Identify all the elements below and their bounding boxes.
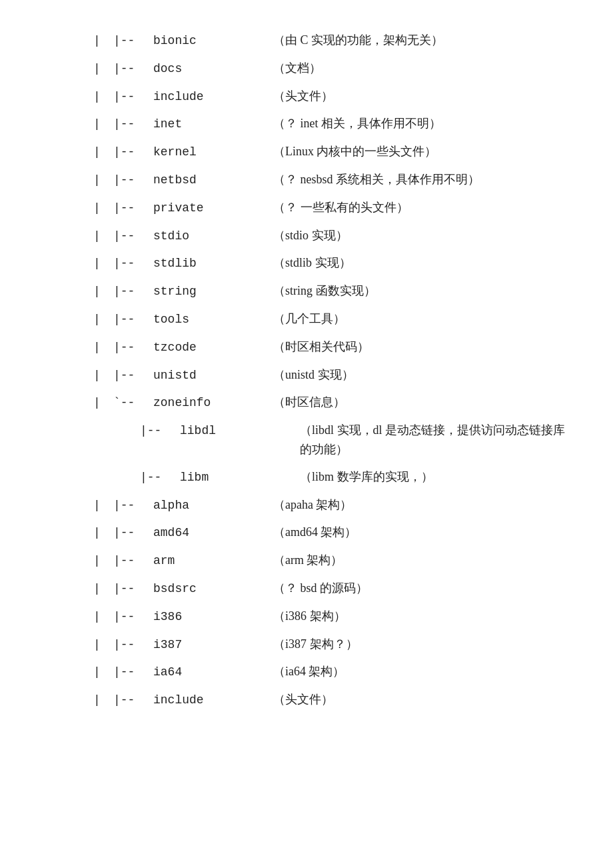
tree-row: ||-- stdlib（stdlib 实现） xyxy=(40,249,573,277)
tree-desc: （？ 一些私有的头文件） xyxy=(273,198,408,217)
tree-name: tzcode xyxy=(153,338,260,357)
tree-desc: （libdl 实现，dl 是动态链接，提供访问动态链接库的功能） xyxy=(300,421,573,459)
tree-prefix: | xyxy=(93,551,113,571)
tree-prefix: | xyxy=(93,393,113,413)
tree-connector: |-- xyxy=(113,143,153,162)
tree-row: ||-- include（头文件） xyxy=(40,83,573,111)
tree-prefix: | xyxy=(93,227,113,246)
tree-name: i386 xyxy=(153,607,260,627)
tree-connector: |-- xyxy=(113,691,153,710)
tree-connector: |-- xyxy=(113,59,153,79)
tree-prefix: | xyxy=(93,31,113,51)
tree-desc: （amd64 架构） xyxy=(273,523,357,542)
tree-row: ||-- tools（几个工具） xyxy=(40,305,573,333)
tree-connector: |-- xyxy=(113,115,153,134)
tree-prefix: | xyxy=(93,338,113,357)
tree-row: ||-- docs（文档） xyxy=(40,55,573,83)
tree-name: tools xyxy=(153,310,260,329)
tree-container: ||-- bionic（由 C 实现的功能，架构无关）||-- docs（文档）… xyxy=(40,27,573,714)
tree-desc: （libm 数学库的实现，） xyxy=(300,467,433,487)
tree-name: i387 xyxy=(153,635,260,655)
tree-prefix: | xyxy=(93,607,113,627)
tree-name: ia64 xyxy=(153,663,260,682)
tree-desc: （头文件） xyxy=(273,690,333,709)
tree-row: ||-- bsdsrc（？ bsd 的源码） xyxy=(40,575,573,603)
tree-desc: （apaha 架构） xyxy=(273,495,352,515)
tree-desc: （stdio 实现） xyxy=(273,226,348,245)
tree-connector: |-- xyxy=(113,31,153,51)
tree-desc: （ia64 架构） xyxy=(273,662,345,681)
tree-name: inet xyxy=(153,115,260,134)
tree-name: netbsd xyxy=(153,171,260,190)
tree-row: ||-- stdio（stdio 实现） xyxy=(40,222,573,250)
tree-connector: |-- xyxy=(113,366,153,385)
tree-row: ||-- netbsd（？ nesbsd 系统相关，具体作用不明） xyxy=(40,166,573,194)
tree-row: ||-- i386（i386 架构） xyxy=(40,603,573,631)
tree-desc: （Linux 内核中的一些头文件） xyxy=(273,142,437,161)
tree-prefix: | xyxy=(93,496,113,515)
tree-prefix: | xyxy=(93,115,113,134)
tree-name: bionic xyxy=(153,31,260,51)
tree-connector: |-- xyxy=(113,282,153,301)
tree-prefix: | xyxy=(93,143,113,162)
tree-name: bsdsrc xyxy=(153,579,260,599)
tree-prefix: | xyxy=(93,59,113,79)
tree-connector: |-- xyxy=(113,199,153,218)
tree-prefix: | xyxy=(93,199,113,218)
tree-desc: （string 函数实现） xyxy=(273,281,376,301)
tree-connector: |-- xyxy=(113,254,153,273)
tree-prefix: | xyxy=(93,366,113,385)
tree-desc: （unistd 实现） xyxy=(273,365,354,385)
tree-connector: |-- xyxy=(113,87,153,107)
tree-name: private xyxy=(153,199,260,218)
tree-prefix: | xyxy=(93,663,113,682)
tree-row: |`-- zoneinfo（时区信息） xyxy=(40,389,573,417)
tree-row: ||-- string（string 函数实现） xyxy=(40,277,573,305)
tree-desc: （？ nesbsd 系统相关，具体作用不明） xyxy=(273,170,480,189)
tree-row: |-- libm（libm 数学库的实现，） xyxy=(40,463,573,491)
tree-prefix: | xyxy=(93,87,113,107)
tree-name: alpha xyxy=(153,496,260,515)
tree-name: include xyxy=(153,87,260,107)
tree-prefix: | xyxy=(93,254,113,273)
tree-prefix: | xyxy=(93,691,113,710)
tree-desc: （由 C 实现的功能，架构无关） xyxy=(273,31,443,50)
tree-row: ||-- include（头文件） xyxy=(40,686,573,714)
tree-connector: |-- xyxy=(113,635,153,655)
tree-desc: （几个工具） xyxy=(273,309,345,329)
tree-prefix: | xyxy=(93,523,113,543)
tree-name: libdl xyxy=(180,421,287,441)
tree-row: ||-- kernel（Linux 内核中的一些头文件） xyxy=(40,138,573,166)
tree-connector: |-- xyxy=(113,551,153,571)
tree-connector: `-- xyxy=(113,393,153,413)
tree-row: ||-- inet（？ inet 相关，具体作用不明） xyxy=(40,110,573,138)
tree-name: zoneinfo xyxy=(153,393,260,413)
tree-row: ||-- i387（i387 架构？） xyxy=(40,631,573,659)
tree-desc: （时区信息） xyxy=(273,393,345,412)
tree-connector: |-- xyxy=(140,421,180,441)
tree-name: libm xyxy=(180,468,287,487)
tree-row: ||-- amd64（amd64 架构） xyxy=(40,519,573,547)
tree-name: include xyxy=(153,691,260,710)
tree-prefix: | xyxy=(93,579,113,599)
tree-connector: |-- xyxy=(113,338,153,357)
tree-row: ||-- alpha（apaha 架构） xyxy=(40,491,573,519)
tree-connector: |-- xyxy=(113,663,153,682)
tree-row: ||-- bionic（由 C 实现的功能，架构无关） xyxy=(40,27,573,55)
tree-row: ||-- private（？ 一些私有的头文件） xyxy=(40,194,573,222)
tree-row: |-- libdl（libdl 实现，dl 是动态链接，提供访问动态链接库的功能… xyxy=(40,417,573,463)
tree-connector: |-- xyxy=(113,227,153,246)
tree-name: arm xyxy=(153,551,260,571)
tree-prefix: | xyxy=(93,282,113,301)
tree-name: unistd xyxy=(153,366,260,385)
tree-desc: （stdlib 实现） xyxy=(273,253,351,273)
tree-desc: （i386 架构） xyxy=(273,607,346,626)
tree-row: ||-- unistd（unistd 实现） xyxy=(40,361,573,389)
tree-connector: |-- xyxy=(113,310,153,329)
tree-connector: |-- xyxy=(113,496,153,515)
tree-name: stdlib xyxy=(153,254,260,273)
tree-connector: |-- xyxy=(140,468,180,487)
tree-row: ||-- ia64（ia64 架构） xyxy=(40,658,573,686)
tree-name: amd64 xyxy=(153,523,260,543)
tree-desc: （文档） xyxy=(273,59,321,78)
